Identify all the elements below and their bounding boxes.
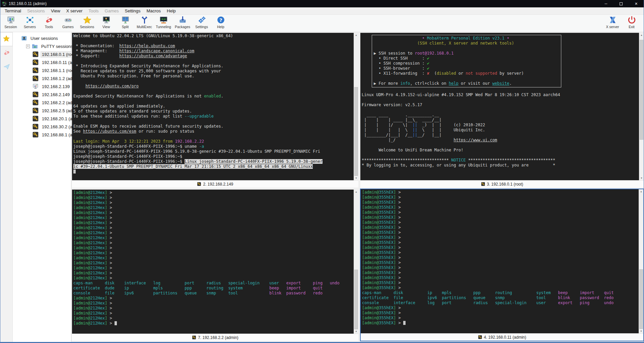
menu-item-help[interactable]: Help [164, 8, 179, 14]
menu-item-tools: Tools [85, 8, 101, 14]
tools-tab-icon [3, 49, 10, 58]
pane-caption[interactable]: 3. 192.168.0.1 (root) [360, 180, 644, 188]
scrollbar-thumb[interactable] [639, 269, 643, 329]
tree-root-user-sessions[interactable]: User sessions [13, 34, 71, 42]
session-item-192-168-2-2-admin[interactable]: 192.168.2.2 (admin) [13, 98, 71, 107]
pane-caption-label: 3. 192.168.0.1 (root) [487, 182, 523, 187]
servers-icon [25, 15, 34, 24]
close-button[interactable]: ✕ [629, 0, 644, 7]
menu-item-settings[interactable]: Settings [122, 8, 144, 14]
session-item-192-168-0-1-root[interactable]: 192.168.0.1 (root) [13, 50, 71, 58]
pane-caption[interactable]: 4. 192.168.0.11 (admin) [361, 333, 643, 341]
scroll-up-icon[interactable]: ▲ [354, 33, 358, 37]
toolbar-button-servers[interactable]: Servers [21, 15, 38, 29]
scroll-up-icon[interactable]: ▲ [354, 190, 358, 194]
scroll-down-icon[interactable]: ▼ [639, 329, 643, 333]
sidebar-tab-tools[interactable] [0, 46, 13, 60]
scroll-down-icon[interactable]: ▼ [639, 176, 644, 180]
terminal-screen[interactable]: • MobaXterm Personal Edition v23.1 • (SS… [360, 33, 644, 180]
terminal-output[interactable]: [admin@212Hex] >[admin@212Hex] >[admin@2… [72, 190, 354, 334]
toolbar-label: Settings [195, 25, 208, 29]
toolbar-button-view[interactable]: View [98, 15, 115, 29]
session-item-192-168-30-2-admin[interactable]: 192.168.30.2 (admin) [13, 123, 71, 131]
terminal-output[interactable]: Welcome to Ubuntu 22.04.2 LTS (GNU/Linux… [72, 33, 354, 180]
toolbar-button-help[interactable]: ?Help [212, 15, 229, 29]
scroll-down-icon[interactable]: ▼ [354, 176, 358, 180]
toolbar-left-group: SessionServersToolsGamesSessionsViewSpli… [2, 15, 231, 29]
vnc-icon: vc [32, 83, 39, 90]
sidebar-tab-star[interactable] [0, 32, 13, 46]
maximize-button[interactable] [614, 0, 629, 7]
terminal-screen[interactable]: [admin@212Hex] >[admin@212Hex] >[admin@2… [72, 190, 358, 334]
title-bar: 192.168.0.11 (admin) ─ ✕ [0, 0, 644, 7]
toolbar-button-packages[interactable]: Packages [174, 15, 191, 29]
toolbar-button-settings[interactable]: Settings [193, 15, 210, 29]
scroll-up-icon[interactable]: ▲ [639, 189, 643, 194]
terminal-output[interactable]: [admin@355hEX] >[admin@355hEX] >[admin@3… [361, 189, 639, 333]
menu-item-macros[interactable]: Macros [143, 8, 164, 14]
toolbar-button-games[interactable]: Games [60, 15, 76, 29]
toolbar-button-tunneling[interactable]: Tunneling [155, 15, 172, 29]
toolbar-button-x-server[interactable]: X server [604, 15, 621, 29]
mobaxterm-window: 192.168.0.11 (admin) ─ ✕ TerminalSession… [0, 0, 644, 343]
scroll-down-icon[interactable]: ▼ [354, 329, 358, 334]
key-icon [32, 59, 39, 66]
terminal-screen[interactable]: Welcome to Ubuntu 22.04.2 LTS (GNU/Linux… [72, 33, 358, 180]
toolbar-label: Packages [175, 25, 190, 29]
toolbar-label: Exit [629, 25, 635, 29]
key-icon [32, 99, 39, 106]
session-item-192-168-2-5-admin[interactable]: 192.168.2.5 (admin) [13, 107, 71, 115]
tree-group-putty-sessions[interactable]: +PuTTY sessions [13, 42, 71, 50]
star-tab-icon [3, 35, 10, 44]
key-icon [192, 335, 196, 340]
pane-caption[interactable]: 7. 192.168.2.2 (admin) [72, 334, 358, 341]
toolbar-button-split[interactable]: Split [117, 15, 134, 29]
view-icon [102, 15, 111, 24]
toolbar-label: Games [62, 25, 74, 29]
pane-caption[interactable]: 2. 192.168.2.149 [72, 180, 358, 188]
toolbar-label: Split [122, 25, 129, 29]
menu-item-x-server[interactable]: X server [63, 8, 85, 14]
scrollbar[interactable]: ▲ ▼ [639, 189, 643, 333]
menu-item-view[interactable]: View [48, 8, 63, 14]
toolbar-button-session[interactable]: Session [2, 15, 19, 29]
toolbar-label: MultiExec [137, 25, 152, 29]
user-sessions-icon [21, 35, 27, 42]
terminal-output[interactable]: • MobaXterm Personal Edition v23.1 • (SS… [360, 33, 639, 180]
tools-icon [45, 15, 54, 24]
expand-plus-icon[interactable]: + [26, 45, 30, 48]
terminal-pane-212hex: [admin@212Hex] >[admin@212Hex] >[admin@2… [72, 190, 358, 341]
toolbar-button-exit[interactable]: Exit [623, 15, 640, 29]
session-item-192-168-88-1-admin[interactable]: 192.168.88.1 (admin) [13, 131, 71, 139]
scroll-up-icon[interactable]: ▲ [639, 33, 644, 37]
key-icon [32, 115, 39, 122]
scrollbar-thumb[interactable] [354, 270, 358, 329]
toolbar-button-sessions[interactable]: Sessions [79, 15, 95, 29]
session-item-192-168-2-139[interactable]: vc192.168.2.139 [13, 82, 71, 90]
session-item-192-168-1-2-admin[interactable]: 192.168.1.2 (admin) [13, 74, 71, 82]
scrollbar[interactable]: ▲ ▼ [354, 190, 358, 334]
games-icon [64, 15, 73, 24]
scrollbar[interactable]: ▲ ▼ [639, 33, 644, 180]
session-item-192-168-0-11-admin[interactable]: 192.168.0.11 (admin) [13, 58, 71, 66]
svg-text:?: ? [219, 17, 222, 23]
terminal-screen[interactable]: [admin@355hEX] >[admin@355hEX] >[admin@3… [361, 189, 643, 333]
pane-caption-label: 2. 192.168.2.149 [203, 182, 233, 187]
session-item-192-168-20-1-admin[interactable]: 192.168.20.1 (admin) [13, 115, 71, 123]
toolbar-right-group: X serverExit [604, 15, 642, 29]
menu-item-sessions: Sessions [24, 8, 48, 14]
session-item-192-168-2-149[interactable]: 192.168.2.149 [13, 90, 71, 98]
putty-sessions-icon [31, 43, 38, 50]
toolbar-button-multiexec[interactable]: MultiExec [136, 15, 153, 29]
sidebar-tab-macros[interactable] [0, 60, 13, 74]
sidebar-tab-strip [0, 32, 13, 342]
scrollbar[interactable]: ▲ ▼ [354, 33, 358, 180]
minimize-button[interactable]: ─ [598, 0, 614, 7]
session-item-192-168-1-1-root[interactable]: 192.168.1.1 (root) [13, 66, 71, 74]
scrollbar-thumb[interactable] [640, 40, 643, 140]
scrollbar-thumb[interactable] [354, 87, 358, 176]
terminal-pane-ubuntu: Welcome to Ubuntu 22.04.2 LTS (GNU/Linux… [72, 33, 358, 188]
pane-caption-label: 4. 192.168.0.11 (admin) [484, 335, 526, 340]
toolbar-button-tools[interactable]: Tools [41, 15, 57, 29]
menu-item-terminal[interactable]: Terminal [2, 8, 24, 14]
